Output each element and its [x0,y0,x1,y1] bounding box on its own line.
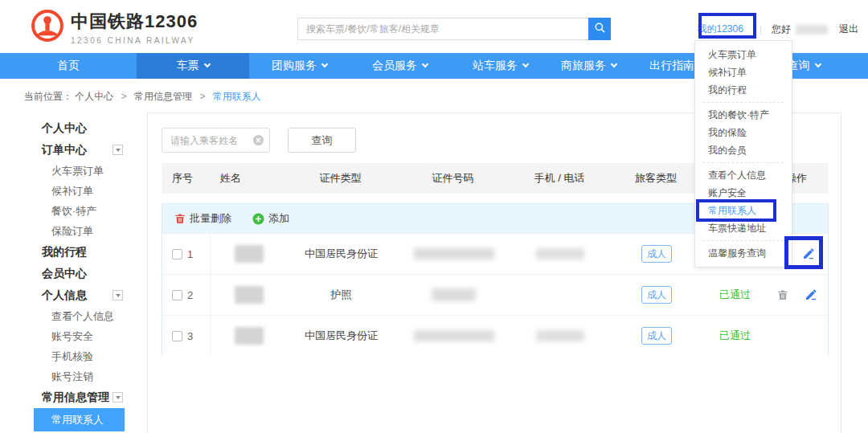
filter-row: 查询 [162,128,356,153]
menu-item-frequent-contacts[interactable]: 常用联系人 [695,202,792,219]
id-type: 中国居民身份证 [287,234,395,274]
menu-item-view-personal-info[interactable]: 查看个人信息 [695,166,792,184]
greeting-label: 您好 [772,22,791,36]
id-number-blurred [414,330,494,341]
sidebar-item-frequent-contacts[interactable]: 常用联系人 [34,408,125,431]
edit-icon[interactable] [802,247,815,260]
logo-subtitle: 12306 CHINA RAILWAY [71,36,198,45]
verify-status: 已通过 [705,316,765,356]
nav-item-station-service[interactable]: 站车服务 [450,53,551,79]
sidebar-item-waitlist-orders[interactable]: 候补订单 [24,181,125,201]
collapse-box-icon[interactable] [113,145,123,155]
row-number: 1 [187,248,193,260]
breadcrumb-separator: > [121,91,127,102]
name-blurred [235,327,264,345]
breadcrumb-personal-center[interactable]: 个人中心 [75,91,113,102]
passenger-type-badge: 成人 [641,327,672,345]
name-blurred [235,286,264,304]
row-number: 2 [187,289,193,301]
sidebar-item-phone-verification[interactable]: 手机核验 [24,346,125,366]
page: 中国铁路12306 12306 CHINA RAILWAY 我的12306 | … [0,0,868,433]
search-input[interactable] [297,18,588,40]
sidebar-item-member-center[interactable]: 会员中心 [24,263,125,284]
user-area: 我的12306 | 您好 退出 [693,19,859,39]
id-number-blurred [414,248,494,259]
logo-title: 中国铁路12306 [71,10,198,34]
chevron-down-icon [611,61,617,67]
menu-item-food-specialty[interactable]: 我的餐饮·特产 [695,106,792,124]
sidebar-item-food-specialty[interactable]: 餐饮·特产 [24,201,125,221]
chevron-down-icon [422,61,428,67]
logout-link[interactable]: 退出 [839,22,858,36]
search-icon [594,22,606,36]
sidebar-item-account-security[interactable]: 账号安全 [24,326,125,346]
menu-item-warm-service-query[interactable]: 温馨服务查询 [695,244,792,262]
railway-logo-icon [31,9,64,46]
menu-item-train-orders[interactable]: 火车票订单 [695,46,792,63]
menu-item-my-membership[interactable]: 我的会员 [695,141,792,159]
logo[interactable]: 中国铁路12306 12306 CHINA RAILWAY [31,9,198,46]
sidebar-item-order-center[interactable]: 订单中心 [24,139,125,161]
delete-icon[interactable] [777,289,788,300]
collapse-box-icon[interactable] [113,392,123,402]
sidebar-item-account-cancellation[interactable]: 账号注销 [24,366,125,386]
site-search [297,18,611,40]
breadcrumb: 当前位置： 个人中心 > 常用信息管理 > 常用联系人 [24,90,261,104]
sidebar-item-train-orders[interactable]: 火车票订单 [24,161,125,181]
passenger-type-badge: 成人 [641,245,672,263]
menu-item-my-insurance[interactable]: 我的保险 [695,124,792,141]
breadcrumb-separator: > [199,91,205,102]
sidebar-item-personal-center[interactable]: 个人中心 [24,117,125,139]
edit-icon[interactable] [805,288,817,301]
nav-item-tickets[interactable]: 车票 [137,53,249,79]
col-header-id-type: 证件类型 [286,171,395,186]
nav-item-business-service[interactable]: 商旅服务 [551,53,627,79]
col-header-id-number: 证件号码 [395,171,511,186]
nav-item-group-service[interactable]: 团购服务 [249,53,350,79]
sidebar-item-insurance-orders[interactable]: 保险订单 [24,221,125,241]
add-contact-button[interactable]: 添加 [252,211,289,226]
col-header-passenger-type: 旅客类型 [608,171,704,186]
query-button[interactable]: 查询 [288,128,356,153]
id-type: 中国居民身份证 [287,316,395,356]
nav-item-member-service[interactable]: 会员服务 [350,53,450,79]
search-button[interactable] [588,18,611,40]
sidebar-item-common-info-mgmt[interactable]: 常用信息管理 [24,386,125,408]
logo-text: 中国铁路12306 12306 CHINA RAILWAY [71,10,198,45]
username-blurred [796,25,828,35]
menu-item-ticket-delivery-address[interactable]: 车票快递地址 [695,219,792,237]
collapse-box-icon[interactable] [113,290,123,300]
chevron-down-icon [814,61,821,67]
batch-delete-button[interactable]: 批量删除 [174,211,231,226]
menu-item-waitlist-orders[interactable]: 候补订单 [695,63,792,81]
row-checkbox[interactable] [172,249,182,259]
table-row: 2 护照 成人 已通过 [162,274,828,315]
sidebar-item-personal-info[interactable]: 个人信息 [24,284,125,306]
nav-item-home[interactable]: 首页 [0,53,137,79]
menu-item-my-itinerary[interactable]: 我的行程 [695,81,792,99]
id-type: 护照 [287,275,395,315]
phone-blurred [536,248,584,259]
chevron-down-icon [522,61,529,67]
sidebar-item-view-personal-info[interactable]: 查看个人信息 [24,306,125,326]
menu-divider [703,102,784,103]
menu-divider [703,162,784,163]
chevron-down-icon [203,61,210,67]
menu-divider [703,240,784,241]
menu-item-account-security[interactable]: 账户安全 [695,184,792,202]
breadcrumb-common-info[interactable]: 常用信息管理 [134,91,192,102]
clear-input-icon[interactable] [252,134,264,149]
sidebar-item-my-itinerary[interactable]: 我的行程 [24,241,125,263]
name-blurred [235,245,264,263]
row-checkbox[interactable] [172,331,182,341]
verify-status: 已通过 [705,275,765,315]
my-12306-link[interactable]: 我的12306 [693,19,748,39]
col-header-name: 姓名 [210,171,286,186]
my-12306-dropdown-menu: 火车票订单 候补订单 我的行程 我的餐饮·特产 我的保险 我的会员 查看个人信息… [694,40,792,268]
phone-blurred [536,330,584,341]
row-checkbox[interactable] [172,290,182,300]
trash-icon [174,213,186,224]
chevron-down-icon [321,61,328,67]
col-header-phone: 手机 / 电话 [511,171,608,186]
breadcrumb-contacts-current: 常用联系人 [213,91,261,102]
